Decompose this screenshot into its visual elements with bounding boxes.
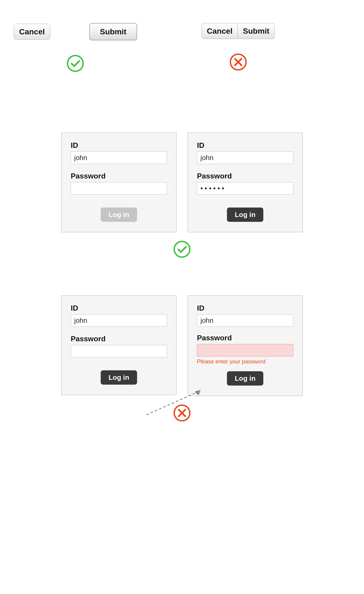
button-spacing-example: Cancel Submit Cancel Submit: [0, 0, 364, 73]
id-label: ID: [71, 141, 167, 150]
password-label: Password: [71, 172, 167, 180]
svg-marker-6: [195, 390, 201, 395]
password-error-message: Please enter your password: [197, 358, 293, 365]
svg-point-0: [67, 56, 83, 71]
id-label: ID: [197, 141, 293, 150]
id-input[interactable]: [71, 314, 167, 327]
password-label: Password: [197, 334, 293, 342]
submit-button[interactable]: Submit: [89, 23, 137, 40]
login-form-complete: ID Password Log in: [187, 133, 303, 232]
password-label: Password: [197, 172, 293, 180]
buttons-cramped: Cancel Submit: [202, 23, 275, 39]
id-input[interactable]: [197, 314, 293, 327]
x-icon: [229, 53, 247, 71]
cancel-button[interactable]: Cancel: [202, 23, 238, 39]
password-input[interactable]: [197, 182, 293, 195]
id-label: ID: [197, 304, 293, 312]
login-button-disabled: Log in: [101, 208, 137, 222]
login-button[interactable]: Log in: [227, 371, 263, 385]
arrow-icon: [146, 388, 206, 415]
submit-button[interactable]: Submit: [238, 23, 275, 39]
good-spacing-group: Cancel Submit: [14, 23, 137, 73]
login-submit-then-error: ID Password Log in ID Password Please en…: [0, 295, 364, 422]
login-form-error: ID Password Please enter your password L…: [187, 295, 303, 396]
login-form-incomplete: ID Password Log in: [61, 133, 177, 232]
password-label: Password: [71, 335, 167, 343]
id-input[interactable]: [197, 151, 293, 164]
svg-line-3: [146, 391, 200, 415]
bad-spacing-group: Cancel Submit: [202, 23, 275, 71]
check-icon: [173, 240, 191, 258]
svg-point-2: [174, 241, 190, 257]
login-form-enabled-empty: ID Password Log in: [61, 295, 177, 395]
password-input[interactable]: [71, 182, 167, 195]
login-button[interactable]: Log in: [227, 208, 263, 222]
password-input[interactable]: [71, 345, 167, 358]
login-button[interactable]: Log in: [101, 370, 137, 385]
cancel-button[interactable]: Cancel: [14, 24, 50, 40]
check-icon: [66, 54, 85, 73]
id-label: ID: [71, 304, 167, 312]
password-input-error[interactable]: [197, 344, 293, 357]
buttons-spaced: Cancel Submit: [14, 23, 137, 40]
id-input[interactable]: [71, 151, 167, 164]
login-disabled-until-complete: ID Password Log in ID Password Log in: [0, 133, 364, 258]
